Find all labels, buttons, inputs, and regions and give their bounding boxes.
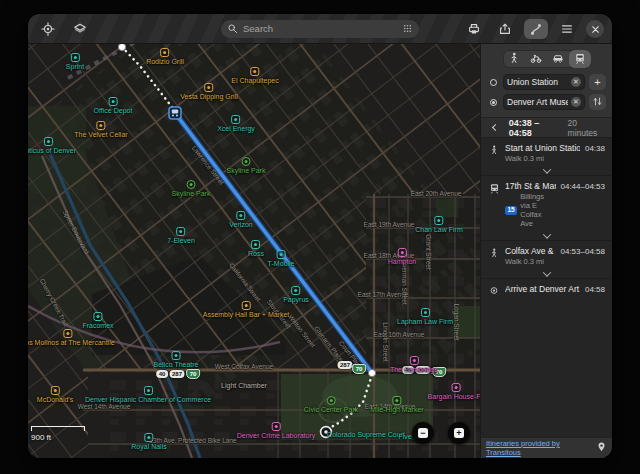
map-poi-label[interactable]: Light Chamber (221, 382, 267, 389)
zoom-in-button[interactable]: + (448, 422, 470, 444)
poi-label-text: Assembly Hall Bar + Market (203, 311, 290, 318)
map-poi-label[interactable]: 7-Eleven (167, 227, 195, 244)
poi-label-text: Hampton (388, 258, 416, 265)
clear-icon[interactable]: ✕ (571, 97, 581, 107)
export-icon (498, 22, 512, 36)
leg-expander[interactable] (481, 167, 612, 176)
poi-label-text: Royal Nails (131, 443, 166, 450)
poi-label-text: Opticus of Denver (28, 147, 76, 154)
main-menu-button[interactable] (555, 19, 579, 39)
map-poi-label[interactable]: Bargain House-Fu (428, 383, 480, 400)
shop-icon (292, 286, 301, 295)
map-poi-label[interactable]: The Velvet Cellar (74, 121, 127, 138)
map-poi-label[interactable]: Ross (248, 240, 264, 257)
zoom-out-button[interactable]: − (412, 422, 434, 444)
street-label: West 14th Avenue (78, 403, 131, 410)
back-button[interactable] (487, 120, 502, 135)
street-label: Sherman Street (401, 259, 408, 305)
search-input[interactable]: Search (221, 20, 419, 38)
map-poi-label[interactable]: T-Mobile (268, 250, 295, 267)
poi-label-text: Fracomex (82, 322, 113, 329)
zoom-in-icon: + (454, 428, 464, 438)
map-poi-label[interactable]: Verizon (229, 211, 252, 228)
layers-button[interactable] (68, 19, 92, 39)
map-poi-label[interactable]: Civic Center Park (304, 396, 358, 413)
map-poi-label[interactable]: Skyline Park (172, 180, 211, 197)
map-canvas[interactable]: West Colfax AvenueWest 14th AvenueEast 1… (28, 44, 480, 458)
interstate-70-shield: 70 (352, 364, 366, 374)
tree-icon (242, 157, 251, 166)
chevron-left-icon (492, 124, 499, 131)
route-toggle-button[interactable] (524, 19, 548, 39)
map-poi-label[interactable]: McDonald's (37, 386, 73, 403)
scale-bar (31, 426, 85, 431)
mode-car-button[interactable] (547, 50, 569, 68)
map-poi-label[interactable]: Rodizio Grill (146, 48, 184, 65)
maps-window: Search (28, 14, 612, 458)
search-placeholder: Search (243, 23, 397, 34)
map-poi-label[interactable]: The Cambridge (390, 356, 438, 373)
add-stop-button[interactable]: + (589, 74, 606, 90)
explore-grid-icon[interactable] (402, 20, 413, 38)
swap-route-button[interactable] (589, 94, 606, 110)
export-button[interactable] (493, 19, 517, 39)
street-label: Lincoln Street (382, 322, 389, 362)
mobile-shop-icon (277, 250, 286, 259)
office-icon (143, 386, 152, 395)
map-poi-label[interactable]: Assembly Hall Bar + Market (203, 301, 290, 318)
current-location-button[interactable] (36, 19, 60, 39)
menu-icon (560, 22, 574, 36)
transitous-attribution-link[interactable]: Itineraries provided by Transitous (486, 439, 591, 457)
start-point-icon (490, 79, 497, 86)
print-icon (467, 22, 481, 36)
poi-label-text: Rodizio Grill (146, 58, 184, 65)
map-poi-label[interactable]: Bellco Theatre (153, 351, 198, 368)
map-poi-label[interactable]: Denver Crime Laboratory (237, 422, 316, 439)
map-poi-label[interactable]: Xcel Energy (217, 115, 255, 132)
map-poi-label[interactable]: Skyline Park (227, 157, 266, 174)
map-labels-layer: West Colfax AvenueWest 14th AvenueEast 1… (28, 44, 480, 458)
clear-icon[interactable]: ✕ (571, 77, 581, 87)
map-poi-label[interactable]: Los Molinos at The Mercantile (28, 329, 115, 346)
map-poi-label[interactable]: Mile-High Marker (370, 396, 423, 413)
from-value: Union Station (507, 77, 568, 87)
map-poi-label[interactable]: Fracomex (82, 312, 113, 329)
map-pin-icon[interactable] (596, 439, 607, 457)
map-poi-label[interactable]: El Chapultepec (231, 67, 278, 84)
map-poi-label[interactable]: Opticus of Denver (28, 137, 76, 154)
map-poi-label[interactable]: Office Depot (94, 97, 133, 114)
close-button[interactable] (586, 20, 604, 38)
map-poi-label[interactable]: Colorado Supreme Court (327, 431, 405, 438)
street-label: Cherry Creek Trail (39, 277, 70, 327)
print-button[interactable] (462, 19, 486, 39)
us-route-shield: 40 (156, 370, 168, 378)
mode-walk-button[interactable] (503, 50, 525, 68)
leg-expander[interactable] (481, 232, 612, 241)
map-poi-label[interactable]: Hampton (388, 248, 416, 265)
itinerary-leg[interactable]: Start at Union Station Walk 0.3 mi 04:38 (481, 138, 612, 167)
mode-transit-button[interactable] (569, 50, 591, 68)
mode-bike-button[interactable] (525, 50, 547, 68)
map-poi-label[interactable]: Vesta Dipping Grill (180, 83, 238, 100)
route-sidebar: Union Station ✕ + Denver Art Museum ✕ (480, 44, 612, 458)
leg-time: 04:58 (585, 284, 605, 294)
poi-label-text: Skyline Park (227, 167, 266, 174)
map-poi-label[interactable]: Lapham Law Firm (397, 308, 453, 325)
map-poi-label[interactable]: Royal Nails (131, 433, 166, 450)
from-input[interactable]: Union Station ✕ (503, 74, 585, 90)
leg-time: 04:44–04:53 (561, 181, 606, 191)
map-poi-label[interactable]: Denver Hispanic Chamber of Commerce (85, 386, 211, 403)
restaurant-icon (160, 48, 169, 57)
itinerary-leg[interactable]: Colfax Ave & Broadway Walk 0.3 mi 04:53–… (481, 241, 612, 270)
bus-icon (488, 181, 500, 194)
leg-expander[interactable] (481, 270, 612, 279)
itinerary-leg[interactable]: Arrive at Denver Art Museum 04:58 (481, 279, 612, 300)
to-input[interactable]: Denver Art Museum ✕ (503, 94, 585, 110)
map-poi-label[interactable]: Chan Law Firm (415, 216, 462, 233)
close-icon (591, 20, 600, 38)
transport-mode-switcher (503, 50, 591, 68)
itinerary-leg[interactable]: 17th St & Market St 15 Billings via E Co… (481, 176, 612, 232)
map-poi-label[interactable]: Sprint (66, 53, 84, 70)
leg-title: Start at Union Station (505, 143, 580, 153)
poi-label-text: Skyline Park (172, 190, 211, 197)
